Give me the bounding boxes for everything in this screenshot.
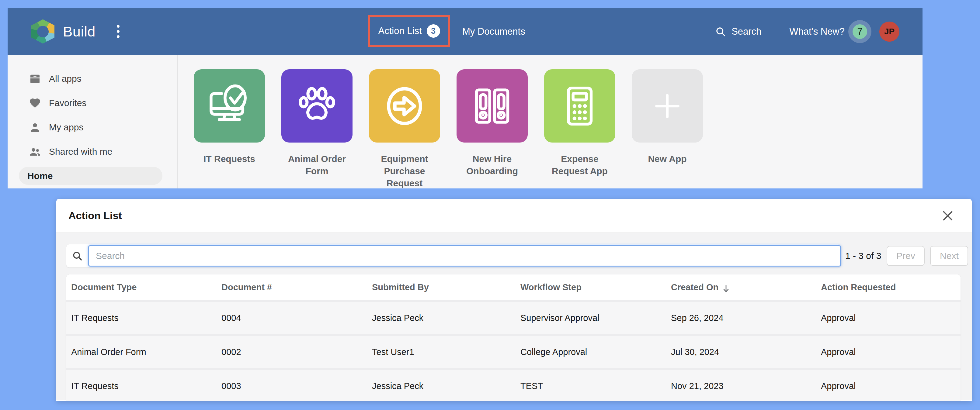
top-navbar: Build Action List 3 My Documents Search … (8, 8, 923, 55)
app-tile-label: Expense Request App (542, 153, 618, 177)
whats-new-label: What's New? (789, 26, 845, 37)
sidebar-item-shared-with-me[interactable]: Shared with me (8, 139, 177, 164)
modal-search-box (66, 244, 841, 268)
modal-search-row: 1 - 3 of 3 Prev Next (66, 244, 963, 268)
build-logo-icon (31, 19, 54, 44)
user-avatar[interactable]: JP (879, 22, 899, 42)
nav-search-label: Search (732, 26, 761, 37)
column-header-submitted-by[interactable]: Submitted By (367, 282, 515, 292)
heart-icon (29, 97, 41, 109)
sidebar-item-label: Shared with me (49, 147, 112, 157)
table-row[interactable]: IT Requests0003 Jessica PeckTEST Nov 21,… (66, 368, 961, 401)
search-input[interactable] (88, 245, 841, 266)
monitor-check-icon (206, 83, 253, 129)
app-tile-label: Equipment Purchase Request (366, 153, 442, 189)
action-list-count-badge: 3 (427, 24, 440, 38)
modal-header: Action List (56, 199, 972, 233)
app-tile-animal-order-form[interactable]: Animal Order Form (282, 69, 353, 189)
app-tile-expense-request-app[interactable]: Expense Request App (544, 69, 615, 189)
search-icon (715, 26, 726, 37)
brand-group: Build (31, 8, 121, 55)
prev-button[interactable]: Prev (887, 246, 924, 266)
arrow-circle-icon (382, 83, 428, 129)
column-header-created-on[interactable]: Created On (666, 282, 816, 293)
nav-search-button[interactable]: Search (715, 26, 761, 37)
column-header-document-number[interactable]: Document # (216, 282, 367, 292)
column-header-document-type[interactable]: Document Type (66, 282, 216, 292)
modal-title: Action List (68, 210, 122, 222)
table-row[interactable]: Animal Order Form0002 Test User1College … (66, 334, 961, 368)
plus-icon (647, 86, 687, 126)
app-tile-new-hire-onboarding[interactable]: New Hire Onboarding (457, 69, 528, 189)
tab-action-list[interactable]: Action List (378, 25, 422, 36)
sort-desc-icon (723, 284, 729, 293)
action-list-table: Document Type Document # Submitted By Wo… (66, 274, 961, 401)
app-tile-equipment-purchase-request[interactable]: Equipment Purchase Request (369, 69, 440, 189)
kebab-menu-icon[interactable] (115, 23, 121, 40)
column-header-action-requested[interactable]: Action Requested (816, 282, 961, 292)
archive-icon (29, 73, 41, 85)
whats-new-count-badge: 7 (853, 24, 867, 39)
person-icon (29, 121, 41, 133)
app-tile-new-app[interactable]: New App (632, 69, 703, 189)
table-header-row: Document Type Document # Submitted By Wo… (66, 274, 961, 300)
modal-body: 1 - 3 of 3 Prev Next Document Type Docum… (56, 233, 972, 400)
next-button[interactable]: Next (930, 246, 968, 266)
binders-icon (469, 83, 515, 129)
sidebar-item-label: My apps (49, 122, 83, 133)
column-header-workflow-step[interactable]: Workflow Step (515, 282, 666, 292)
people-icon (29, 146, 41, 158)
tab-my-documents[interactable]: My Documents (462, 26, 525, 37)
action-list-modal: Action List 1 - 3 of 3 Prev Next Documen… (56, 199, 972, 401)
sidebar-item-my-apps[interactable]: My apps (8, 115, 177, 139)
table-row[interactable]: IT Requests0004 Jessica PeckSupervisor A… (66, 300, 961, 334)
paw-icon (294, 83, 340, 129)
sidebar-item-label: All apps (49, 74, 81, 84)
whats-new-badge-halo: 7 (848, 20, 872, 43)
pagination-range: 1 - 3 of 3 (845, 251, 881, 261)
app-tile-label: New Hire Onboarding (454, 153, 530, 177)
sidebar-item-favorites[interactable]: Favorites (8, 91, 177, 115)
annotation-box: Action List 3 (368, 15, 450, 47)
sidebar: All apps Favorites My apps Shared with m… (8, 55, 178, 188)
whats-new-button[interactable]: What's New? 7 (789, 20, 872, 43)
search-icon (66, 250, 88, 261)
sidebar-item-home[interactable]: Home (19, 167, 162, 185)
app-tiles: IT Requests Animal Order Form Equipment … (194, 69, 703, 189)
close-icon[interactable] (941, 209, 955, 223)
app-tile-label: IT Requests (191, 153, 267, 165)
brand-title: Build (63, 23, 95, 40)
app-tile-it-requests[interactable]: IT Requests (194, 69, 265, 189)
app-tile-label: Animal Order Form (279, 153, 355, 177)
sidebar-item-label: Favorites (49, 98, 86, 108)
calculator-icon (557, 83, 603, 129)
app-window: Build Action List 3 My Documents Search … (8, 8, 923, 188)
sidebar-item-all-apps[interactable]: All apps (8, 66, 177, 91)
app-tile-label: New App (629, 153, 705, 165)
navbar-right: Search What's New? 7 JP (715, 8, 899, 55)
